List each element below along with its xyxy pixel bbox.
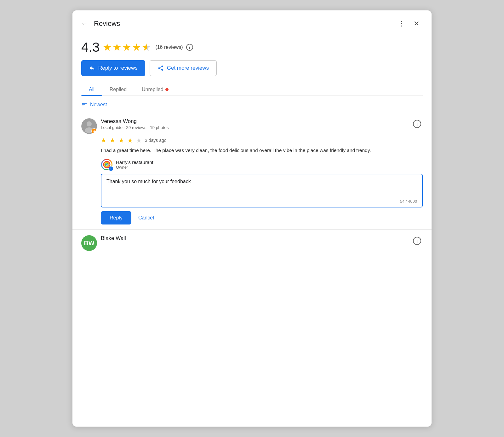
owner-row: ✓ Harry's restaurant Owner xyxy=(101,159,423,171)
filter-bar: Newest xyxy=(72,96,432,111)
tab-all[interactable]: All xyxy=(81,83,102,96)
reply-textarea[interactable]: Thank you so much for your feedback xyxy=(106,179,417,196)
owner-reply-area: ✓ Harry's restaurant Owner Thank you so … xyxy=(101,159,423,224)
reply-actions: Reply Cancel xyxy=(101,211,423,224)
review-stars-row: ★ ★ ★ ★ ★ 3 days ago xyxy=(101,137,423,144)
reviewer-left-2: BW Blake Wall xyxy=(81,235,126,251)
reviewer-name-2: Blake Wall xyxy=(101,235,126,242)
star-1: ★ xyxy=(103,41,112,53)
svg-point-6 xyxy=(106,164,108,166)
reply-textarea-wrap: Thank you so much for your feedback 54 /… xyxy=(101,174,423,207)
unreplied-dot xyxy=(165,88,169,91)
reviewer-left: Venessa Wong Local guide · 29 reviews · … xyxy=(81,118,169,134)
header: ← Reviews ⋮ ✕ xyxy=(72,10,432,36)
star-3: ★ xyxy=(122,41,131,53)
report-icon-2: ! xyxy=(413,237,421,245)
get-more-reviews-button[interactable]: Get more reviews xyxy=(150,60,217,76)
rating-section: 4.3 ★ ★ ★ ★ ★ (16 reviews) i Reply to re… xyxy=(72,36,432,96)
verified-badge: ✓ xyxy=(108,166,113,171)
reply-icon xyxy=(89,65,95,71)
reviewer-meta: Local guide · 29 reviews · 19 photos xyxy=(101,125,169,130)
back-button[interactable]: ← xyxy=(79,18,90,29)
filter-icon xyxy=(81,102,88,108)
review-item: Venessa Wong Local guide · 29 reviews · … xyxy=(72,111,432,229)
reviewer-row-2: BW Blake Wall ! xyxy=(81,235,423,251)
star-rating: ★ ★ ★ ★ ★ xyxy=(103,41,151,53)
rating-row: 4.3 ★ ★ ★ ★ ★ (16 reviews) i xyxy=(81,41,423,54)
cancel-button[interactable]: Cancel xyxy=(136,212,157,224)
action-buttons: Reply to reviews Get more reviews xyxy=(81,60,423,76)
more-options-button[interactable]: ⋮ xyxy=(395,17,408,30)
close-icon: ✕ xyxy=(414,20,419,28)
avatar xyxy=(81,118,97,134)
reply-button[interactable]: Reply xyxy=(101,211,131,224)
owner-avatar: ✓ xyxy=(101,159,113,171)
review-star-1: ★ xyxy=(101,137,106,144)
review-count: (16 reviews) xyxy=(155,44,183,50)
tab-unreplied[interactable]: Unreplied xyxy=(134,83,176,96)
reviewer-row: Venessa Wong Local guide · 29 reviews · … xyxy=(81,118,423,134)
filter-label[interactable]: Newest xyxy=(90,102,107,108)
reviewer-info: Venessa Wong Local guide · 29 reviews · … xyxy=(101,118,169,130)
tabs-row: All Replied Unreplied xyxy=(81,83,423,96)
owner-info: Harry's restaurant Owner xyxy=(116,160,153,170)
star-4: ★ xyxy=(132,41,141,53)
owner-role: Owner xyxy=(116,165,153,170)
avatar-2: BW xyxy=(81,235,97,251)
avatar-initials: BW xyxy=(84,240,94,247)
owner-name: Harry's restaurant xyxy=(116,160,153,165)
report-button[interactable]: ! xyxy=(411,118,423,130)
reviews-panel: ← Reviews ⋮ ✕ 4.3 ★ ★ ★ ★ ★ (16 reviews) xyxy=(72,10,432,427)
reviewer-name: Venessa Wong xyxy=(101,118,169,125)
review-star-2: ★ xyxy=(110,137,115,144)
review-star-3: ★ xyxy=(118,137,124,144)
share-icon xyxy=(158,65,164,71)
info-icon[interactable]: i xyxy=(186,44,193,51)
tab-replied[interactable]: Replied xyxy=(102,83,134,96)
review-star-5: ★ xyxy=(136,137,142,144)
rating-value: 4.3 xyxy=(81,41,100,54)
local-guide-badge xyxy=(91,128,97,134)
reviewer-info-2: Blake Wall xyxy=(101,235,126,242)
review-item-2: BW Blake Wall ! xyxy=(72,229,432,257)
header-actions: ⋮ ✕ xyxy=(395,17,423,30)
char-count: 54 / 4000 xyxy=(106,199,417,204)
review-date: 3 days ago xyxy=(145,138,167,143)
review-text: I had a great time here. The place was v… xyxy=(101,147,423,154)
svg-point-1 xyxy=(87,121,92,126)
page-title: Reviews xyxy=(94,20,391,28)
more-icon: ⋮ xyxy=(398,20,405,28)
star-5-half: ★ xyxy=(142,41,151,53)
reply-to-reviews-button[interactable]: Reply to reviews xyxy=(81,60,145,76)
report-icon: ! xyxy=(413,120,421,128)
star-2: ★ xyxy=(112,41,122,53)
close-button[interactable]: ✕ xyxy=(410,17,423,30)
review-star-4: ★ xyxy=(127,137,133,144)
report-button-2[interactable]: ! xyxy=(411,235,423,247)
